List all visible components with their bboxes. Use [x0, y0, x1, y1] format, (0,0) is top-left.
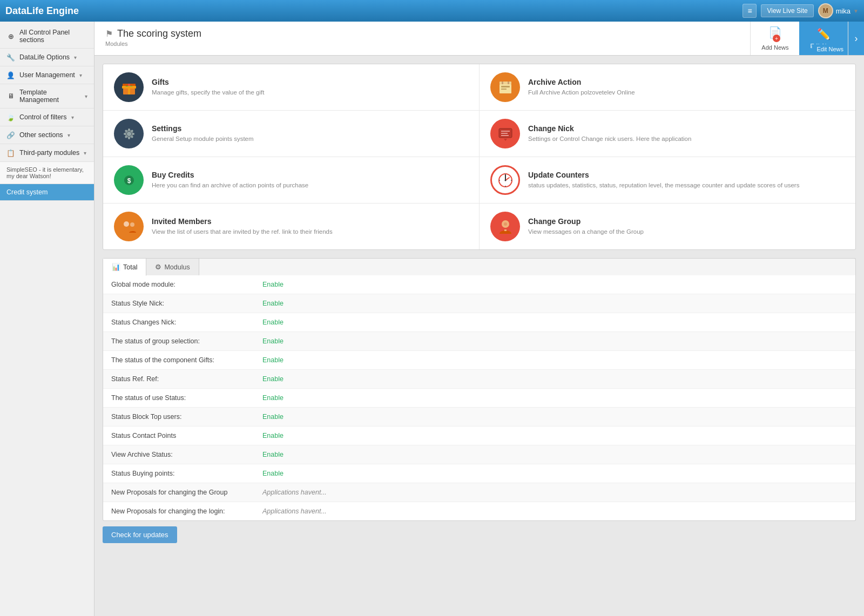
link-icon: 🔗: [6, 131, 15, 139]
sidebar-item-dle-options[interactable]: 🔧 DataLife Options ▾: [0, 49, 94, 66]
chevron-down-icon: ▾: [84, 150, 86, 156]
sidebar-item-label: User Management: [19, 71, 75, 79]
user-menu[interactable]: M mika ▼: [818, 3, 859, 18]
setting-value: Enable: [254, 370, 855, 388]
sidebar-item-other-sections[interactable]: 🔗 Other sections ▾: [0, 126, 94, 144]
gifts-icon: [114, 72, 144, 102]
svg-point-18: [131, 136, 133, 138]
plus-badge: +: [773, 35, 780, 42]
tab-total[interactable]: 📊 Total: [103, 259, 146, 276]
settings-name: Settings: [152, 124, 254, 133]
invited-members-name: Invited Members: [152, 217, 333, 226]
svg-point-17: [125, 130, 127, 132]
setting-label: Status Block Top users:: [103, 408, 254, 426]
invited-members-icon: [114, 212, 144, 241]
invited-members-desc: View the list of users that are invited …: [152, 227, 333, 236]
module-buy-credits[interactable]: $ Buy Credits Here you can find an archi…: [103, 157, 480, 203]
flag-icon: ⚑: [105, 29, 113, 39]
sidebar-item-user-management[interactable]: 👤 User Management ▾: [0, 66, 94, 84]
module-row-4: Invited Members View the list of users t…: [103, 204, 855, 249]
modulus-tab-label: Modulus: [164, 263, 190, 271]
settings-row: The status of group selection: Enable: [103, 332, 855, 351]
filters-icon: 🍃: [6, 113, 15, 121]
svg-rect-2: [128, 86, 130, 94]
svg-rect-10: [508, 82, 509, 84]
svg-rect-4: [128, 84, 130, 86]
tab-modulus[interactable]: ⚙ Modulus: [146, 259, 199, 275]
sidebar-item-third-party[interactable]: 📋 Third-party modules ▾: [0, 144, 94, 162]
edit-news-icon: ✏️: [817, 28, 831, 40]
sidebar-item-label: Control of filters: [19, 113, 67, 121]
modules-icon: 📋: [6, 148, 15, 157]
gifts-desc: Manage gifts, specify the value of the g…: [152, 88, 264, 97]
setting-label: Status Buying points:: [103, 464, 254, 483]
sidebar: ⊕ All Control Panel sections 🔧 DataLife …: [0, 22, 94, 616]
invited-members-info: Invited Members View the list of users t…: [152, 217, 333, 236]
squeeze-icon[interactable]: ≡: [742, 4, 757, 18]
tabs-bar: 📊 Total ⚙ Modulus: [103, 258, 856, 275]
module-invited-members[interactable]: Invited Members View the list of users t…: [103, 204, 480, 249]
settings-panel: 📊 Total ⚙ Modulus Global mode module: En…: [103, 258, 856, 521]
settings-row: View Archive Status: Enable: [103, 445, 855, 464]
setting-value: Enable: [254, 294, 855, 313]
module-archive-action[interactable]: Archive Action Full Archive Action polzo…: [480, 64, 855, 110]
app-logo: DataLife Engine: [5, 5, 79, 17]
setting-value: Enable: [254, 389, 855, 407]
total-tab-label: Total: [123, 263, 137, 271]
svg-point-14: [128, 137, 130, 139]
svg-point-15: [124, 133, 126, 135]
module-change-group[interactable]: Change Group View messages on a change o…: [480, 204, 855, 249]
topbar-right: ≡ View Live Site M mika ▼: [742, 3, 859, 18]
module-gifts[interactable]: Gifts Manage gifts, specify the value of…: [103, 64, 480, 110]
view-live-site-button[interactable]: View Live Site: [761, 4, 813, 17]
breadcrumb: Modules: [105, 40, 739, 47]
sidebar-item-template-management[interactable]: 🖥 Template Management ▾: [0, 84, 94, 109]
setting-label: The status of use Status:: [103, 389, 254, 407]
settings-desc: General Setup module points system: [152, 134, 254, 143]
all-sections-icon: ⊕: [6, 32, 15, 40]
settings-row: New Proposals for changing the login: Ap…: [103, 502, 855, 520]
user-name: mika: [836, 7, 850, 15]
sidebar-item-all-sections[interactable]: ⊕ All Control Panel sections: [0, 24, 94, 49]
setting-value: Enable: [254, 445, 855, 464]
setting-value: Enable: [254, 313, 855, 331]
module-update-counters[interactable]: Update Counters status updates, statisti…: [480, 157, 855, 203]
settings-table: Global mode module: Enable Status Style …: [103, 275, 856, 521]
settings-row: Status Changes Nick: Enable: [103, 313, 855, 332]
sidebar-item-label: Third-party modules: [19, 149, 79, 157]
buy-credits-name: Buy Credits: [152, 171, 308, 179]
update-counters-icon: [490, 165, 520, 195]
chevron-down-icon: ▾: [74, 55, 77, 60]
svg-marker-26: [504, 139, 507, 141]
settings-row: Status Style Nick: Enable: [103, 294, 855, 313]
svg-rect-7: [501, 86, 510, 87]
sidebar-item-label: Other sections: [19, 131, 63, 139]
module-change-nick[interactable]: Change Nick Settings or Control Change n…: [480, 111, 855, 157]
add-news-button[interactable]: 📄 + Add News: [750, 22, 799, 55]
module-settings[interactable]: Settings General Setup module points sys…: [103, 111, 480, 157]
credit-system-label: Credit system: [6, 188, 48, 196]
svg-point-38: [124, 221, 129, 227]
arrow-button[interactable]: ›: [848, 22, 864, 55]
settings-row: Global mode module: Enable: [103, 275, 855, 294]
arrow-right-icon: ›: [855, 33, 858, 44]
main-content: ⚑ The scoring system Modules 📄 + Add New…: [94, 22, 864, 616]
total-tab-icon: 📊: [112, 263, 120, 271]
settings-row: New Proposals for changing the Group App…: [103, 483, 855, 502]
sidebar-item-control-filters[interactable]: 🍃 Control of filters ▾: [0, 109, 94, 126]
svg-point-13: [128, 128, 130, 131]
settings-row: Status Block Top users: Enable: [103, 408, 855, 427]
module-row-3: $ Buy Credits Here you can find an archi…: [103, 157, 855, 204]
svg-point-39: [130, 222, 134, 227]
svg-rect-8: [501, 89, 507, 90]
settings-row: Status Buying points: Enable: [103, 464, 855, 483]
edit-news-button[interactable]: ✏️ Edit News Edit News: [799, 22, 848, 55]
change-group-icon: [490, 212, 520, 241]
setting-label: Status Changes Nick:: [103, 313, 254, 331]
setting-value: Enable: [254, 275, 855, 294]
svg-rect-5: [500, 82, 511, 84]
svg-point-33: [504, 179, 506, 181]
archive-info: Archive Action Full Archive Action polzo…: [528, 78, 635, 97]
check-updates-button[interactable]: Check for updates: [103, 526, 177, 543]
sidebar-item-credit-system[interactable]: Credit system: [0, 184, 94, 201]
